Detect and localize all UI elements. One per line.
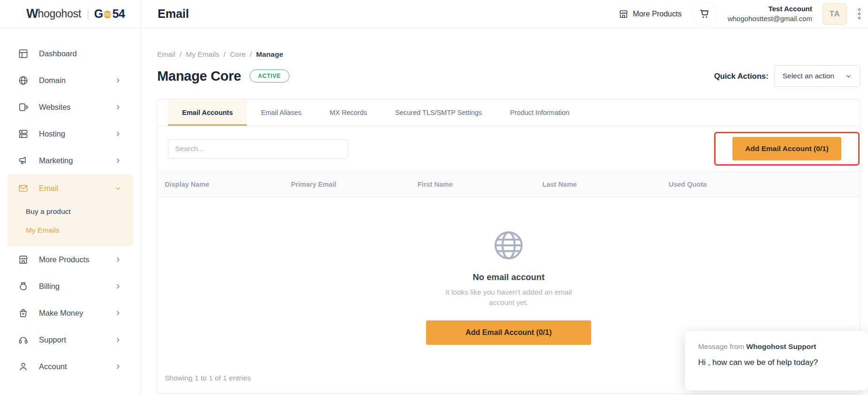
sidebar-item-support[interactable]: Support bbox=[0, 327, 140, 353]
sidebar-item-label: Email bbox=[39, 184, 58, 193]
page-title: Manage Core bbox=[157, 68, 241, 84]
globe-icon bbox=[18, 75, 29, 86]
sidebar-item-dashboard[interactable]: Dashboard bbox=[0, 40, 140, 67]
hosting-icon bbox=[18, 129, 29, 139]
account-email: whogohosttest@gmail.com bbox=[728, 14, 812, 23]
column-header-used-quota: Used Quota bbox=[669, 181, 853, 188]
annotation-highlight: Add Email Account (0/1) bbox=[714, 132, 860, 166]
toolbar: Add Email Account (0/1) bbox=[158, 126, 860, 171]
page-header-title: Email bbox=[158, 7, 189, 21]
search-input[interactable] bbox=[168, 139, 349, 159]
megaphone-icon bbox=[18, 155, 29, 166]
sidebar-item-make-money[interactable]: Make Money bbox=[0, 300, 140, 327]
sidebar-item-account[interactable]: Account bbox=[0, 353, 140, 380]
kebab-dot bbox=[858, 17, 860, 19]
sidebar-item-websites[interactable]: Websites bbox=[0, 94, 140, 121]
column-header-last-name: Last Name bbox=[542, 181, 669, 188]
empty-state: No email account It looks like you haven… bbox=[158, 197, 860, 345]
tab-email-accounts[interactable]: Email Accounts bbox=[168, 99, 247, 126]
breadcrumb-item-core[interactable]: Core bbox=[230, 50, 246, 59]
store-icon bbox=[18, 254, 29, 265]
breadcrumb-separator: / bbox=[250, 50, 251, 59]
sidebar-item-label: Websites bbox=[39, 103, 71, 112]
more-products-label: More Products bbox=[633, 10, 682, 18]
websites-icon bbox=[18, 102, 29, 113]
chevron-right-icon bbox=[114, 104, 122, 111]
sidebar-item-hosting[interactable]: Hosting bbox=[0, 121, 140, 147]
sidebar-item-marketing[interactable]: Marketing bbox=[0, 147, 140, 174]
tab-product-information[interactable]: Product Information bbox=[496, 99, 584, 126]
sidebar-item-label: Hosting bbox=[39, 129, 65, 138]
breadcrumb: Email / My Emails / Core / Manage bbox=[157, 50, 860, 59]
chevron-down-icon bbox=[114, 185, 122, 192]
logo-divider: | bbox=[87, 8, 90, 20]
whogohost-logo-mark: W bbox=[26, 7, 37, 21]
quick-actions-select[interactable]: Select an action bbox=[774, 65, 860, 87]
breadcrumb-separator: / bbox=[180, 50, 182, 59]
chat-widget[interactable]: Message from Whogohost Support Hi , how … bbox=[685, 331, 868, 390]
add-email-account-button-empty[interactable]: Add Email Account (0/1) bbox=[426, 320, 591, 345]
tab-secured-tls-smtp-settings[interactable]: Secured TLS/SMTP Settings bbox=[381, 99, 496, 126]
globe-icon bbox=[491, 228, 526, 263]
sidebar-item-label: Domain bbox=[39, 76, 66, 85]
chevron-down-icon bbox=[845, 73, 852, 79]
tab-bar: Email Accounts Email Aliases MX Records … bbox=[158, 99, 860, 126]
chevron-right-icon bbox=[114, 77, 122, 84]
chat-message-prefix: Message from bbox=[698, 342, 744, 350]
app-logo[interactable]: Whogohost | G 54 bbox=[0, 0, 141, 28]
table-header-row: Display Name Primary Email First Name La… bbox=[158, 171, 860, 197]
cart-button[interactable] bbox=[692, 1, 717, 27]
email-icon bbox=[18, 183, 29, 194]
sidebar-item-label: Support bbox=[39, 335, 66, 344]
empty-state-description: It looks like you haven't added an email… bbox=[444, 287, 573, 308]
chevron-right-icon bbox=[114, 130, 122, 137]
shopping-bag-icon bbox=[18, 308, 29, 319]
account-name: Test Account bbox=[728, 4, 812, 14]
sidebar-item-billing[interactable]: Billing bbox=[0, 273, 140, 300]
tab-email-aliases[interactable]: Email Aliases bbox=[247, 99, 315, 126]
dashboard-icon bbox=[18, 48, 29, 59]
kebab-dot bbox=[858, 8, 860, 11]
chat-sender: Whogohost Support bbox=[746, 342, 816, 350]
breadcrumb-item-email[interactable]: Email bbox=[157, 50, 175, 59]
sidebar-item-email[interactable]: Email bbox=[8, 174, 133, 202]
sidebar-item-domain[interactable]: Domain bbox=[0, 67, 140, 94]
sidebar-item-label: Marketing bbox=[39, 156, 73, 165]
status-badge: ACTIVE bbox=[250, 69, 289, 83]
sidebar-item-more-products[interactable]: More Products bbox=[0, 246, 140, 273]
column-header-first-name: First Name bbox=[418, 181, 542, 188]
chevron-right-icon bbox=[114, 363, 122, 370]
add-email-account-button[interactable]: Add Email Account (0/1) bbox=[732, 137, 841, 160]
chat-message-text: Hi , how can we be of help today? bbox=[698, 358, 855, 367]
sidebar-subitem-buy-a-product[interactable]: Buy a product bbox=[8, 202, 133, 221]
quick-actions-label: Quick Actions: bbox=[714, 72, 769, 81]
cart-icon bbox=[699, 8, 710, 20]
sidebar: Dashboard Domain Websites Hosting Market… bbox=[0, 28, 141, 395]
sidebar-email-section: Email Buy a product My Emails bbox=[8, 174, 133, 246]
go54-globe-icon bbox=[103, 10, 112, 19]
sidebar-item-label: Make Money bbox=[39, 309, 83, 318]
chevron-right-icon bbox=[114, 283, 122, 290]
avatar[interactable]: TA bbox=[822, 3, 847, 25]
go54-logo-g: G bbox=[94, 7, 103, 21]
kebab-menu-button[interactable] bbox=[857, 7, 861, 21]
more-products-button[interactable]: More Products bbox=[618, 9, 682, 19]
chevron-right-icon bbox=[114, 157, 122, 164]
sidebar-item-label: Billing bbox=[39, 282, 60, 291]
breadcrumb-item-manage: Manage bbox=[256, 50, 283, 59]
quick-actions-value: Select an action bbox=[783, 72, 834, 80]
money-bag-icon bbox=[18, 281, 29, 292]
empty-state-title: No email account bbox=[472, 272, 544, 282]
user-icon bbox=[18, 361, 29, 372]
breadcrumb-item-my-emails[interactable]: My Emails bbox=[186, 50, 219, 59]
kebab-dot bbox=[858, 13, 860, 15]
column-header-display-name: Display Name bbox=[165, 181, 291, 188]
store-icon bbox=[618, 9, 629, 19]
tab-mx-records[interactable]: MX Records bbox=[315, 99, 381, 126]
go54-logo-number: 54 bbox=[112, 7, 125, 21]
sidebar-item-label: Dashboard bbox=[39, 49, 77, 58]
account-info[interactable]: Test Account whogohosttest@gmail.com bbox=[728, 4, 812, 23]
sidebar-subitem-my-emails[interactable]: My Emails bbox=[8, 221, 133, 240]
breadcrumb-separator: / bbox=[224, 50, 226, 59]
chevron-right-icon bbox=[114, 336, 122, 343]
